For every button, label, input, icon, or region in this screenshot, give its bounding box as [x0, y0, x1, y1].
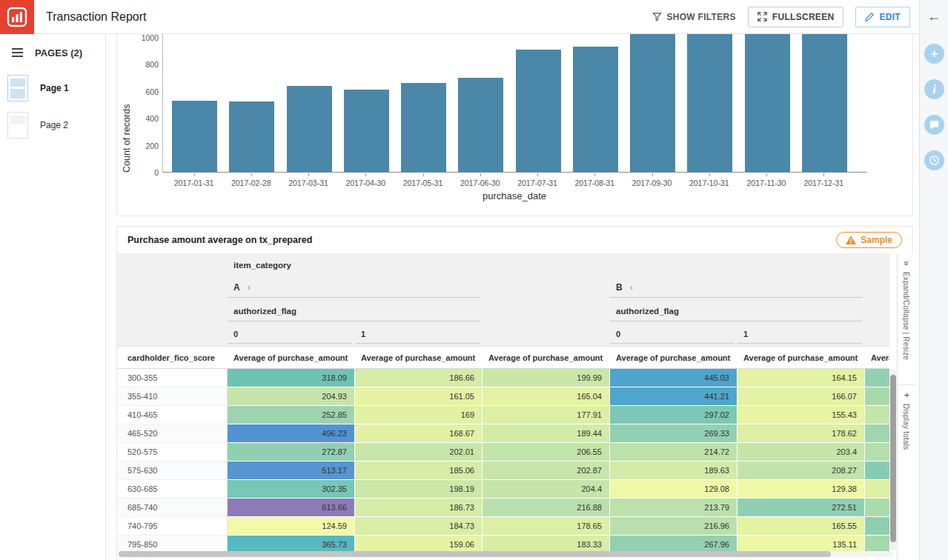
- menu-icon[interactable]: [12, 46, 23, 59]
- right-rail: ← + i: [919, 0, 948, 560]
- expand-collapse-resize-control[interactable]: » Expand/Collapse | Resize: [898, 253, 915, 385]
- value-cell: 203.4: [737, 443, 865, 461]
- chart-bar: [687, 34, 732, 172]
- table-row: 685-740613.66186.73216.88213.79272.51: [117, 499, 889, 517]
- chart-bar: [802, 34, 847, 172]
- pivot-group-label: B: [616, 282, 623, 293]
- pivot-subcol-header: 1: [737, 326, 862, 344]
- pivot-title: Purchase amount average on tx_prepared: [127, 235, 312, 245]
- collapse-chevron-icon[interactable]: ‹: [630, 281, 633, 293]
- pages-sidebar: PAGES (2) Page 1 Page 2: [0, 34, 106, 560]
- pivot-dimension-item-category: item_category: [233, 253, 291, 277]
- value-cell: 165.04: [483, 387, 610, 406]
- pivot-subcol-header: 0: [610, 326, 735, 344]
- value-cell: 496.23: [228, 424, 355, 443]
- row-dimension-header: cardholder_fico_score: [117, 347, 228, 369]
- chat-bubble-icon: [929, 119, 940, 130]
- vertical-scrollbar-thumb[interactable]: [890, 375, 896, 542]
- edit-label: EDIT: [879, 12, 901, 22]
- top-bar: Transaction Report SHOW FILTERS FULLSCRE…: [0, 0, 919, 34]
- history-icon[interactable]: [924, 150, 944, 170]
- sidebar-item-page-2[interactable]: Page 2: [0, 108, 105, 142]
- x-axis-title: purchase_date: [162, 190, 866, 201]
- x-tick-mark: [709, 173, 710, 176]
- chart-bar: [458, 78, 503, 172]
- table-row: 410-465252.85169177.91297.02155.43: [117, 406, 889, 424]
- x-tick-label: 2017-03-31: [279, 179, 338, 187]
- comments-icon[interactable]: [924, 115, 944, 135]
- page-2-thumbnail: [7, 112, 28, 139]
- value-cell: 178.62: [737, 424, 865, 443]
- fullscreen-label: FULLSCREEN: [772, 12, 835, 22]
- pages-header: PAGES (2): [0, 34, 105, 68]
- back-arrow-icon[interactable]: ←: [927, 9, 941, 24]
- y-axis-title: Count of records: [122, 34, 132, 173]
- horizontal-scrollbar: [119, 551, 893, 557]
- top-bar-actions: SHOW FILTERS FULLSCREEN EDIT: [652, 7, 919, 27]
- page-title: Transaction Report: [46, 10, 146, 24]
- fullscreen-button[interactable]: FULLSCREEN: [748, 7, 844, 27]
- warning-icon: [846, 236, 856, 244]
- pivot-table-tile: Purchase amount average on tx_prepared S…: [116, 226, 913, 560]
- x-tick-mark: [251, 173, 252, 176]
- info-icon[interactable]: i: [924, 79, 944, 99]
- add-icon[interactable]: +: [924, 44, 944, 64]
- display-totals-label: Display totals: [902, 404, 910, 450]
- value-cell: 272.87: [228, 443, 355, 461]
- x-tick-label: 2017-06-30: [451, 179, 510, 187]
- x-tick-label: 2017-05-31: [394, 179, 453, 187]
- fico-score-cell: 465-520: [117, 424, 228, 443]
- value-cell: 269.33: [610, 424, 737, 443]
- display-totals-control[interactable]: + Display totals: [898, 385, 915, 458]
- value-cell: 186.73: [355, 499, 483, 517]
- y-tick-label: 800: [126, 60, 159, 69]
- pivot-group-a: A‹: [228, 279, 480, 298]
- page-1-label: Page 1: [40, 83, 69, 93]
- table-row: 355-410204.93161.05165.04441.21166.07: [117, 387, 889, 406]
- x-tick-mark: [766, 173, 767, 176]
- x-tick-label: 2017-02-28: [222, 179, 281, 187]
- value-cell: 166.07: [737, 387, 865, 406]
- measure-column-header: Average of purchase_amount: [355, 347, 483, 369]
- app-logo-icon[interactable]: [0, 0, 34, 34]
- show-filters-button[interactable]: SHOW FILTERS: [652, 12, 735, 22]
- value-cell: 189.63: [610, 461, 737, 480]
- value-cell: 189.44: [483, 424, 610, 443]
- value-cell: 208.27: [737, 461, 865, 480]
- fico-score-cell: 575-630: [117, 461, 228, 480]
- x-tick-mark: [365, 173, 366, 176]
- chart-bar: [573, 47, 618, 172]
- value-cell: 129.38: [737, 480, 865, 499]
- value-cell: 198.19: [355, 480, 483, 499]
- fullscreen-icon: [758, 12, 767, 21]
- value-cell: 202.87: [483, 461, 610, 480]
- pivot-viewport: item_categoryA‹authorized_flag01B‹author…: [117, 253, 889, 560]
- collapse-chevron-icon[interactable]: ‹: [248, 281, 251, 293]
- value-cell: [865, 480, 889, 499]
- x-tick-mark: [537, 173, 538, 176]
- table-row: 740-795124.59184.73178.65216.96165.55: [117, 517, 889, 536]
- expand-collapse-label: Expand/Collapse | Resize: [902, 272, 910, 360]
- value-cell: 165.55: [737, 517, 865, 536]
- x-tick-label: 2017-09-30: [623, 179, 682, 187]
- chart-bar: [229, 101, 274, 172]
- vertical-scrollbar: [890, 369, 896, 550]
- value-cell: 204.4: [483, 480, 610, 499]
- sample-badge[interactable]: Sample: [836, 232, 902, 248]
- horizontal-scrollbar-thumb[interactable]: [119, 551, 831, 557]
- value-cell: [865, 443, 889, 461]
- x-tick-label: 2017-01-31: [165, 179, 224, 187]
- value-cell: 199.99: [483, 369, 610, 387]
- value-cell: [865, 499, 889, 517]
- chart-bar: [172, 101, 217, 172]
- table-row: 520-575272.87202.01206.55214.72203.4: [117, 443, 889, 461]
- edit-button[interactable]: EDIT: [855, 7, 910, 27]
- sidebar-item-page-1[interactable]: Page 1: [0, 71, 105, 105]
- value-cell: 206.55: [483, 443, 610, 461]
- fico-score-cell: 685-740: [117, 499, 228, 517]
- value-cell: 177.91: [483, 406, 610, 424]
- pivot-subdimension-authorized-flag: authorized_flag: [228, 302, 480, 321]
- value-cell: [865, 406, 889, 424]
- pivot-side-controls: » Expand/Collapse | Resize + Display tot…: [897, 253, 914, 560]
- value-cell: 186.66: [355, 369, 483, 387]
